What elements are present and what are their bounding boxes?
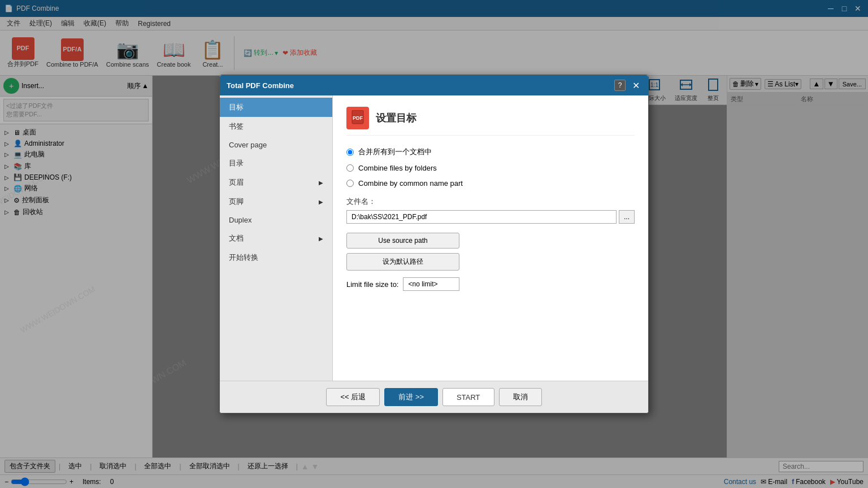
modal-title: Total PDF Combine (227, 81, 294, 90)
filename-input[interactable] (346, 210, 617, 224)
nav-convert[interactable]: 开始转换 (220, 248, 332, 267)
nav-target-label: 目标 (229, 102, 244, 112)
radio-folders[interactable] (346, 164, 354, 172)
nav-toc-label: 目录 (229, 158, 244, 168)
use-source-path-button[interactable]: Use source path (346, 233, 459, 249)
back-button[interactable]: << 后退 (326, 388, 380, 406)
nav-cover[interactable]: Cover page (220, 136, 332, 154)
modal-close-button[interactable]: ✕ (630, 80, 641, 91)
browse-button[interactable]: ... (619, 210, 635, 224)
nav-bookmark[interactable]: 书签 (220, 117, 332, 136)
svg-text:PDF: PDF (353, 115, 363, 121)
radio-all[interactable] (346, 149, 354, 156)
nav-header-label: 页眉 (229, 177, 244, 188)
start-button[interactable]: START (442, 388, 494, 406)
next-button[interactable]: 前进 >> (384, 388, 438, 406)
modal-body: 目标 书签 Cover page 目录 页眉 ▶ 页脚 ▶ (220, 95, 648, 381)
modal-section-icon: PDF (346, 107, 369, 129)
nav-document-label: 文档 (229, 233, 244, 243)
modal-overlay: Total PDF Combine ? ✕ 目标 书签 Cover page (0, 0, 868, 488)
label-name: Combine by common name part (358, 179, 463, 188)
label-folders: Combine files by folders (358, 164, 437, 172)
nav-header[interactable]: 页眉 ▶ (220, 173, 332, 192)
modal-nav: 目标 书签 Cover page 目录 页眉 ▶ 页脚 ▶ (220, 95, 333, 381)
option-name: Combine by common name part (346, 179, 635, 188)
option-folders: Combine files by folders (346, 164, 635, 172)
nav-toc[interactable]: 目录 (220, 154, 332, 173)
nav-duplex[interactable]: Duplex (220, 211, 332, 229)
filename-group: 文件名： ... (346, 197, 635, 224)
action-buttons: Use source path 设为默认路径 (346, 233, 635, 271)
nav-convert-label: 开始转换 (229, 252, 258, 263)
modal-section-title: 设置目标 (376, 111, 416, 125)
nav-duplex-label: Duplex (229, 216, 251, 224)
filename-label: 文件名： (346, 197, 635, 207)
option-all: 合并所有到一个文档中 (346, 147, 635, 157)
filename-row: ... (346, 210, 635, 224)
nav-header-chevron: ▶ (319, 180, 323, 186)
limit-row: Limit file size to: (346, 277, 635, 291)
nav-cover-label: Cover page (229, 141, 267, 149)
modal-section-header: PDF 设置目标 (346, 107, 635, 136)
nav-target[interactable]: 目标 (220, 98, 332, 117)
nav-document[interactable]: 文档 ▶ (220, 229, 332, 248)
label-all: 合并所有到一个文档中 (358, 147, 432, 157)
cancel-button[interactable]: 取消 (499, 388, 542, 406)
modal-footer: << 后退 前进 >> START 取消 (220, 381, 648, 413)
modal-title-controls: ? ✕ (614, 80, 641, 91)
modal-title-bar: Total PDF Combine ? ✕ (220, 75, 648, 95)
set-default-button[interactable]: 设为默认路径 (346, 253, 459, 271)
nav-document-chevron: ▶ (319, 236, 323, 242)
nav-footer-chevron: ▶ (319, 199, 323, 205)
radio-name[interactable] (346, 180, 354, 187)
nav-footer[interactable]: 页脚 ▶ (220, 192, 332, 211)
modal-dialog: Total PDF Combine ? ✕ 目标 书签 Cover page (219, 75, 649, 413)
limit-input[interactable] (403, 277, 459, 291)
limit-label: Limit file size to: (346, 280, 398, 289)
nav-footer-label: 页脚 (229, 197, 244, 207)
nav-bookmark-label: 书签 (229, 121, 244, 132)
modal-help-button[interactable]: ? (614, 80, 626, 91)
modal-section-content: PDF 设置目标 合并所有到一个文档中 Combine files by fol… (333, 95, 648, 381)
